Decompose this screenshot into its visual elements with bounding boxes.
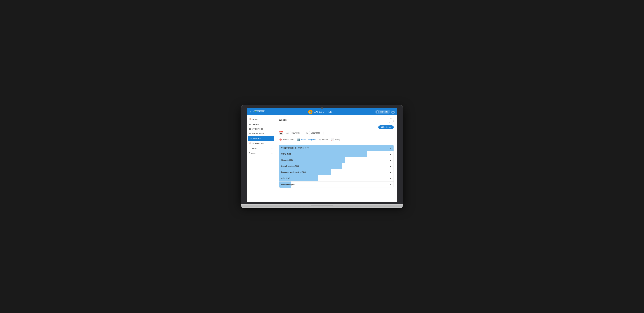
- date-from-label: From: [285, 132, 289, 134]
- more-arrow: ▲: [271, 147, 273, 149]
- chart-row-expand-icon[interactable]: ▲: [390, 159, 392, 161]
- tab-activity-label: Activity: [334, 139, 340, 141]
- content-header: Usage ⋮: [279, 118, 394, 123]
- app-header: ≡ Protected 🏄 SAFESURFER: [247, 108, 397, 115]
- main-content: Usage ⋮ All Devices ▾ 📅: [276, 115, 397, 202]
- chart-row-label: Business and industrial (400): [279, 171, 308, 173]
- chart-row-label: Downloads (89): [279, 184, 297, 186]
- block-icon: ⊘: [249, 133, 251, 135]
- sidebar-item-home-label: HOME: [252, 118, 258, 120]
- blocked-sites-tab-icon: 🚫: [279, 138, 282, 141]
- sidebar-item-block-sites[interactable]: ⊘ BLOCK SITES: [247, 131, 275, 136]
- screentime-left: ⏰ SCREENTIME: [249, 142, 264, 144]
- sidebar-item-help[interactable]: ? HELP ▲: [247, 151, 275, 156]
- chart-row-expand-icon[interactable]: ▲: [390, 184, 392, 185]
- chart-container: Computers and electronics (879) ▲ CDNs (…: [279, 145, 394, 188]
- user-icon: 👤: [376, 110, 379, 113]
- chart-row-label: Computers and electronics (879): [279, 147, 311, 149]
- tab-blocked-sites[interactable]: 🚫 Blocked Sites: [279, 137, 294, 142]
- chart-row-expand-icon[interactable]: ▲: [390, 153, 392, 155]
- date-to-label: To: [306, 132, 308, 134]
- chart-row-label: APIs (296): [279, 177, 292, 179]
- chart-row-expand-icon[interactable]: ▲: [390, 178, 392, 179]
- laptop-foot-center: [311, 205, 333, 207]
- logo-safe: SAFE: [314, 110, 321, 113]
- date-to-input[interactable]: [309, 131, 324, 135]
- home-icon: 🏠: [249, 118, 251, 120]
- user-name: Pro Surfer: [380, 111, 388, 113]
- protected-label: Protected: [257, 111, 264, 113]
- devices-icon: ▦: [249, 128, 251, 130]
- tab-viewed-categories-label: Viewed Categories: [301, 139, 316, 141]
- more-icon: ···: [249, 147, 251, 149]
- date-from-input[interactable]: [290, 131, 304, 135]
- ellipsis-button[interactable]: •••: [391, 110, 395, 114]
- chart-row[interactable]: CDNs (673) ▲: [279, 151, 394, 157]
- protected-badge: Protected: [254, 110, 265, 113]
- sidebar-item-alerts-label: ALERTS: [252, 123, 259, 125]
- date-from-group: From: [285, 131, 304, 135]
- protected-dot: [255, 111, 256, 112]
- tab-blocked-sites-label: Blocked Sites: [283, 139, 294, 141]
- laptop-camera: [321, 107, 323, 109]
- chart-row-expand-icon[interactable]: ▲: [390, 171, 392, 173]
- history-tab-icon: ⏱: [319, 139, 321, 141]
- history-icon: ⏱: [250, 138, 252, 140]
- sidebar-item-history[interactable]: ⏱ HISTORY: [248, 136, 274, 141]
- sidebar-item-more[interactable]: ··· MORE ▲: [247, 146, 275, 151]
- sidebar-item-more-label: MORE: [252, 147, 257, 149]
- all-devices-arrow: ▾: [390, 126, 391, 128]
- logo-surfer: SURFER: [321, 110, 332, 113]
- sidebar-item-help-label: HELP: [251, 152, 256, 154]
- sidebar-item-screentime-label: SCREENTIME: [252, 142, 264, 144]
- sidebar-item-devices-label: MY DEVICES: [252, 128, 263, 130]
- screentime-icon: ⏰: [249, 142, 251, 144]
- date-to-group: To: [306, 131, 324, 135]
- all-devices-label: All Devices: [381, 126, 390, 128]
- tabs-row: 🚫 Blocked Sites 🔄 Viewed Categories ⏱ Hi…: [279, 137, 394, 142]
- header-right: 👤 Pro Surfer •••: [375, 110, 395, 114]
- main-layout: 🏠 HOME ⚠ ALERTS ▦ MY DEVICES ⊘: [247, 115, 397, 202]
- laptop-screen: ≡ Protected 🏄 SAFESURFER: [247, 108, 397, 202]
- viewed-categories-tab-icon: 🔄: [297, 138, 300, 141]
- chart-row-label: Search engines (483): [279, 165, 302, 167]
- chart-row[interactable]: General (503) ▲: [279, 157, 394, 163]
- chart-row-expand-icon[interactable]: ▲: [390, 147, 392, 149]
- more-options-button[interactable]: ⋮: [389, 118, 394, 123]
- screentime-arrow: ▲: [271, 143, 273, 144]
- chart-row[interactable]: APIs (296) ▲: [279, 175, 394, 182]
- tab-history[interactable]: ⏱ History: [319, 137, 328, 142]
- chart-row[interactable]: Downloads (89) ▲: [279, 182, 394, 188]
- chart-row[interactable]: Computers and electronics (879) ▲: [279, 145, 394, 151]
- help-arrow: ▲: [271, 152, 273, 154]
- logo-text: SAFESURFER: [314, 110, 332, 113]
- header-center: 🏄 SAFESURFER: [308, 110, 332, 114]
- more-left: ··· MORE: [249, 147, 257, 149]
- chart-row[interactable]: Business and industrial (400) ▲: [279, 169, 394, 175]
- sidebar: 🏠 HOME ⚠ ALERTS ▦ MY DEVICES ⊘: [247, 115, 276, 202]
- sidebar-item-my-devices[interactable]: ▦ MY DEVICES: [247, 126, 275, 131]
- page-title: Usage: [279, 118, 287, 121]
- activity-tab-icon: 📈: [331, 138, 334, 141]
- all-devices-button[interactable]: All Devices ▾: [378, 125, 394, 129]
- sidebar-item-block-label: BLOCK SITES: [252, 133, 264, 135]
- help-left: ? HELP: [249, 152, 256, 154]
- sidebar-item-home[interactable]: 🏠 HOME: [247, 117, 275, 122]
- chart-row-expand-icon[interactable]: ▲: [390, 165, 392, 167]
- header-left: ≡ Protected: [249, 110, 265, 114]
- app-container: ≡ Protected 🏄 SAFESURFER: [247, 108, 397, 202]
- date-row: 📅 From To: [279, 131, 394, 135]
- sidebar-item-screentime[interactable]: ⏰ SCREENTIME ▲: [247, 141, 275, 146]
- user-section[interactable]: 👤 Pro Surfer: [375, 110, 390, 114]
- tab-history-label: History: [322, 139, 328, 141]
- tab-viewed-categories[interactable]: 🔄 Viewed Categories: [297, 137, 316, 142]
- chart-row-label: General (503): [279, 159, 295, 161]
- filters-row: All Devices ▾: [279, 125, 394, 129]
- alerts-icon: ⚠: [249, 123, 251, 125]
- logo-icon: 🏄: [308, 110, 312, 114]
- chart-row[interactable]: Search engines (483) ▲: [279, 163, 394, 169]
- laptop-base: [241, 204, 403, 208]
- tab-activity[interactable]: 📈 Activity: [331, 137, 341, 142]
- hamburger-menu[interactable]: ≡: [249, 110, 252, 114]
- sidebar-item-alerts[interactable]: ⚠ ALERTS: [247, 122, 275, 126]
